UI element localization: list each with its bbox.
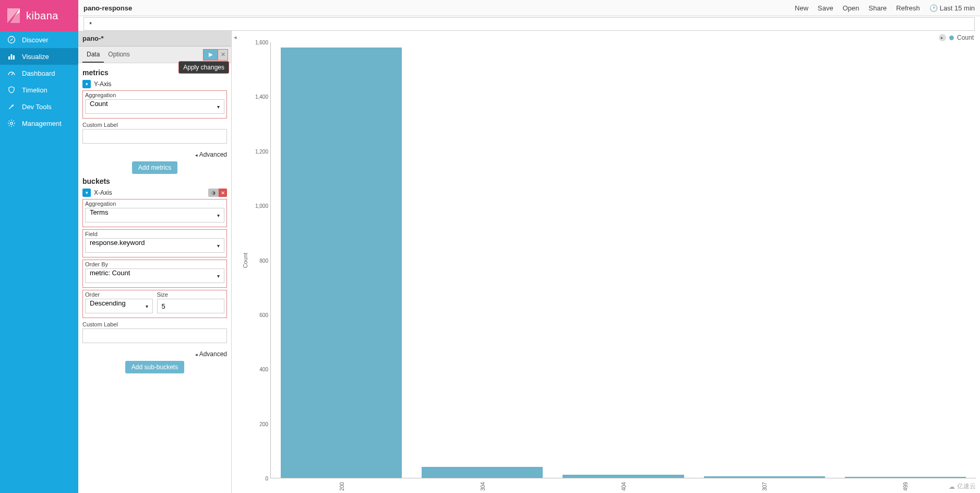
chart-bar[interactable] — [845, 477, 966, 478]
action-share[interactable]: Share — [869, 4, 887, 12]
buckets-agg-select[interactable]: Terms — [85, 208, 224, 222]
close-icon: ✕ — [221, 190, 225, 196]
toggle-icon: ◑ — [211, 190, 216, 195]
nav-label: Timelion — [22, 86, 47, 94]
logo-text: kibana — [26, 10, 58, 22]
add-subbuckets-button[interactable]: Add sub-buckets — [125, 361, 184, 373]
legend-expand-button[interactable]: ▸ — [939, 34, 946, 41]
nav-visualize[interactable]: Visualize — [0, 48, 78, 65]
page-title: pano-response — [83, 4, 132, 12]
index-pattern[interactable]: pano-* — [78, 31, 231, 46]
add-metrics-button[interactable]: Add metrics — [132, 161, 177, 174]
metrics-toggle[interactable]: ▾ — [82, 80, 91, 88]
svg-point-7 — [10, 122, 13, 124]
nav-management[interactable]: Management — [0, 115, 78, 132]
bucket-remove-button[interactable]: ✕ — [219, 189, 227, 197]
nav-label: Dashboard — [22, 69, 55, 77]
logo[interactable]: kibana — [0, 0, 78, 31]
wrench-icon — [7, 102, 16, 111]
chevron-right-icon: ▸ — [941, 35, 943, 40]
play-icon — [208, 52, 213, 57]
collapse-sidebar-button[interactable]: ◂ — [232, 31, 239, 493]
time-picker[interactable]: 🕑 Last 15 min — [929, 4, 975, 12]
y-tick: 1,200 — [255, 148, 268, 154]
chart-bar[interactable] — [281, 48, 402, 478]
buckets-orderby-label: Order By — [85, 261, 224, 267]
buckets-agg-label: Aggregation — [85, 201, 224, 207]
x-tick: 304 — [480, 482, 486, 491]
y-tick: 800 — [259, 257, 268, 263]
action-open[interactable]: Open — [843, 4, 859, 12]
x-tick: 499 — [903, 482, 909, 491]
buckets-size-label: Size — [157, 291, 225, 298]
nav-discover[interactable]: Discover — [0, 31, 78, 48]
svg-marker-8 — [209, 53, 213, 57]
tab-data[interactable]: Data — [82, 46, 104, 63]
buckets-custom-input[interactable] — [82, 328, 227, 343]
y-axis-label: Count — [241, 253, 249, 268]
search-input[interactable] — [83, 17, 975, 31]
buckets-custom-label: Custom Label — [82, 321, 227, 327]
svg-rect-3 — [8, 56, 10, 60]
buckets-advanced[interactable]: Advanced — [82, 350, 227, 358]
watermark: ☁ 亿速云 — [949, 482, 976, 491]
buckets-heading: buckets — [82, 177, 227, 185]
apply-tooltip: Apply changes — [178, 61, 229, 74]
metrics-agg-label: Aggregation — [85, 92, 224, 98]
tab-options[interactable]: Options — [104, 46, 134, 63]
search-bar — [83, 16, 975, 31]
y-tick: 400 — [259, 367, 268, 372]
config-panel: pano-* Data Options ✕ Apply changes — [78, 31, 232, 493]
buckets-orderby-select[interactable]: metric: Count — [85, 268, 224, 283]
chevron-down-icon: ▾ — [86, 81, 88, 87]
metrics-agg-select[interactable]: Count — [85, 99, 224, 114]
chevron-left-icon: ◂ — [234, 34, 237, 41]
close-icon: ✕ — [221, 51, 225, 58]
kibana-logo-icon — [5, 7, 22, 24]
buckets-field-select[interactable]: response.keyword — [85, 238, 224, 253]
chart-bar[interactable] — [704, 476, 825, 478]
compass-icon — [7, 36, 16, 44]
time-label: Last 15 min — [940, 4, 975, 12]
buckets-order-label: Order — [85, 291, 153, 298]
action-save[interactable]: Save — [818, 4, 833, 12]
legend-series-label: Count — [957, 34, 974, 41]
y-axis-ticks: 02004006008001,0001,2001,4001,600 — [249, 42, 270, 478]
buckets-size-input[interactable] — [157, 299, 225, 313]
bucket-enable-toggle[interactable]: ◑ — [208, 189, 219, 197]
metrics-custom-input[interactable] — [82, 129, 227, 144]
chart-area: ▸ Count Count 02004006008001,0001,2001,4… — [239, 31, 980, 493]
action-new[interactable]: New — [795, 4, 808, 12]
buckets-order-select[interactable]: Descending — [85, 299, 153, 313]
nav-dashboard[interactable]: Dashboard — [0, 65, 78, 81]
nav-label: Dev Tools — [22, 103, 52, 111]
clock-icon: 🕑 — [929, 4, 938, 12]
apply-changes-button[interactable] — [203, 49, 218, 61]
nav-label: Visualize — [22, 53, 49, 61]
sidebar: kibana Discover Visualize Dashboard Time… — [0, 0, 78, 493]
nav-timelion[interactable]: Timelion — [0, 81, 78, 98]
y-tick: 1,000 — [255, 203, 268, 209]
y-tick: 600 — [259, 312, 268, 318]
chart-bar[interactable] — [422, 467, 543, 478]
buckets-toggle[interactable]: ▾ — [82, 189, 91, 197]
chart-plot[interactable] — [270, 42, 976, 478]
shield-icon — [7, 86, 16, 94]
svg-rect-5 — [13, 55, 15, 60]
nav-label: Discover — [22, 36, 49, 44]
action-refresh[interactable]: Refresh — [896, 4, 920, 12]
buckets-field-label: Field — [85, 231, 224, 237]
xaxis-label: X-Axis — [94, 189, 112, 196]
config-tabs: Data Options ✕ Apply changes — [78, 46, 231, 63]
chart-bar[interactable] — [563, 475, 684, 478]
nav-label: Management — [22, 120, 62, 127]
y-tick: 1,600 — [255, 40, 268, 45]
yaxis-label: Y-Axis — [94, 80, 112, 88]
metrics-advanced[interactable]: Advanced — [82, 151, 227, 158]
gear-icon — [7, 119, 16, 127]
topbar: pano-response New Save Open Share Refres… — [78, 0, 980, 16]
discard-changes-button[interactable]: ✕ — [218, 49, 228, 61]
gauge-icon — [7, 69, 16, 77]
nav-devtools[interactable]: Dev Tools — [0, 98, 78, 115]
legend-dot-icon — [949, 36, 954, 40]
